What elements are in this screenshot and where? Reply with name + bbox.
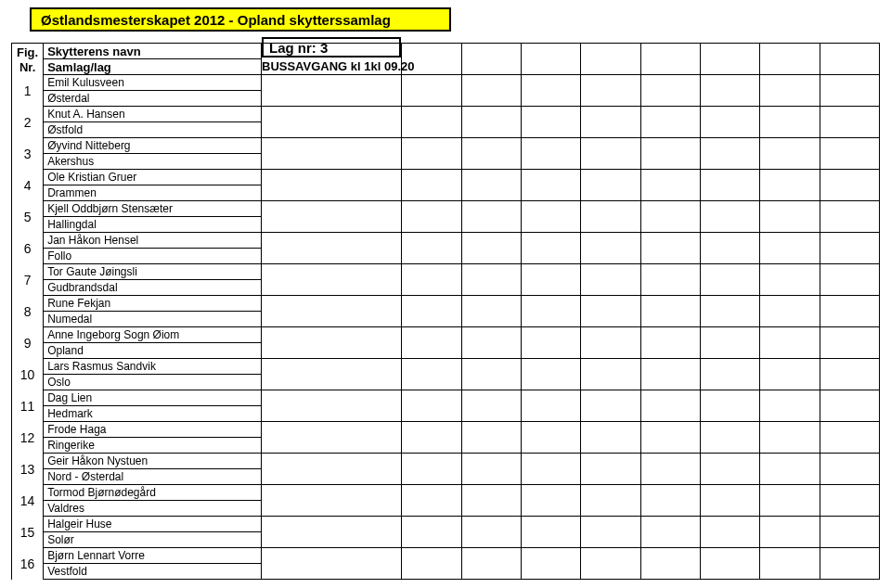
shooter-club: Follo: [44, 249, 262, 264]
row-number: 7: [12, 264, 44, 296]
blank-cell: [820, 327, 879, 359]
blank-cell: [700, 201, 759, 233]
table-row: 9Anne Ingeborg Sogn Øiom: [12, 327, 880, 343]
blank-cell: [581, 327, 640, 359]
col-fig-nr-header: Fig. Nr.: [12, 44, 44, 75]
row-number: 1: [12, 75, 44, 107]
shooter-club: Akershus: [44, 154, 262, 170]
blank-cell: [402, 201, 461, 233]
blank-cell: [700, 454, 759, 485]
col-blank-9: [820, 44, 879, 75]
col-blank-5: [581, 44, 640, 75]
blank-cell: [581, 485, 640, 517]
blank-cell: [820, 138, 879, 170]
blank-cell: [760, 517, 820, 548]
blank-cell: [640, 138, 700, 170]
blank-cell: [581, 264, 640, 296]
blank-cell: [521, 170, 580, 201]
blank-cell: [461, 75, 521, 107]
col-name-header-2: Samlag/lag: [44, 59, 262, 75]
blank-cell: [402, 233, 461, 264]
title-banner: Østlandsmesterskapet 2012 - Opland skytt…: [30, 7, 451, 32]
blank-cell: [461, 170, 521, 201]
blank-cell: [700, 264, 759, 296]
shooter-name: Anne Ingeborg Sogn Øiom: [44, 327, 262, 343]
row-number: 10: [12, 359, 44, 390]
blank-cell: [521, 201, 580, 233]
blank-cell: [700, 517, 759, 548]
blank-cell: [820, 201, 879, 233]
blank-cell: [760, 390, 820, 422]
shooter-club: Nord - Østerdal: [44, 469, 262, 485]
blank-cell: [581, 422, 640, 454]
table-row: 10Lars Rasmus Sandvik: [12, 359, 880, 375]
blank-cell: [820, 75, 879, 107]
shooter-name: Kjell Oddbjørn Stensæter: [44, 201, 262, 217]
shooter-club: Gudbrandsdal: [44, 280, 262, 296]
row-number: 2: [12, 107, 44, 138]
shooter-name: Halgeir Huse: [44, 517, 262, 532]
blank-cell: [820, 264, 879, 296]
shooter-name: Tor Gaute Jøingsli: [44, 264, 262, 280]
blank-cell: [760, 454, 820, 485]
blank-cell: [640, 327, 700, 359]
blank-cell: [521, 454, 580, 485]
shooter-name: Emil Kulusveen: [44, 75, 262, 91]
blank-cell: [402, 138, 461, 170]
col-blank-7: [700, 44, 759, 75]
blank-cell: [640, 170, 700, 201]
blank-cell: [461, 359, 521, 390]
blank-cell: [402, 548, 461, 580]
blank-cell: [640, 296, 700, 327]
shooter-name: Jan Håkon Hensel: [44, 233, 262, 249]
shooter-club: Numedal: [44, 312, 262, 327]
blank-cell: [700, 107, 759, 138]
blank-cell: [461, 454, 521, 485]
blank-cell: [402, 454, 461, 485]
blank-cell: [521, 264, 580, 296]
shooter-name: Øyvind Nitteberg: [44, 138, 262, 154]
blank-cell: [402, 359, 461, 390]
blank-cell: [262, 233, 402, 264]
col-blank-1: [262, 44, 402, 75]
blank-cell: [760, 264, 820, 296]
blank-cell: [402, 170, 461, 201]
row-number: 6: [12, 233, 44, 264]
blank-cell: [521, 138, 580, 170]
col-blank-4: [521, 44, 580, 75]
table-row: 13Geir Håkon Nystuen: [12, 454, 880, 469]
blank-cell: [461, 548, 521, 580]
shooter-name: Frode Haga: [44, 422, 262, 438]
blank-cell: [760, 107, 820, 138]
shooter-name: Rune Fekjan: [44, 296, 262, 312]
table-row: 16Bjørn Lennart Vorre: [12, 548, 880, 564]
row-number: 16: [12, 548, 44, 580]
table-row: 15Halgeir Huse: [12, 517, 880, 532]
blank-cell: [760, 75, 820, 107]
blank-cell: [700, 390, 759, 422]
col-name-header-1: Skytterens navn: [44, 44, 262, 59]
blank-cell: [461, 107, 521, 138]
row-number: 5: [12, 201, 44, 233]
shooter-club: Ringerike: [44, 438, 262, 454]
blank-cell: [402, 264, 461, 296]
blank-cell: [700, 359, 759, 390]
blank-cell: [402, 107, 461, 138]
blank-cell: [262, 454, 402, 485]
shooter-club: Opland: [44, 343, 262, 359]
blank-cell: [581, 75, 640, 107]
roster-table: Fig. Nr. Skytterens navn Samlag/lag 1Emi…: [11, 43, 880, 580]
blank-cell: [760, 201, 820, 233]
blank-cell: [640, 233, 700, 264]
blank-cell: [640, 485, 700, 517]
blank-cell: [820, 517, 879, 548]
shooter-name: Tormod Bjørnødegård: [44, 485, 262, 501]
blank-cell: [461, 201, 521, 233]
row-number: 15: [12, 517, 44, 548]
blank-cell: [820, 485, 879, 517]
blank-cell: [640, 359, 700, 390]
shooter-club: Vestfold: [44, 564, 262, 580]
col-blank-8: [760, 44, 820, 75]
row-number: 3: [12, 138, 44, 170]
col-blank-2: [402, 44, 461, 75]
